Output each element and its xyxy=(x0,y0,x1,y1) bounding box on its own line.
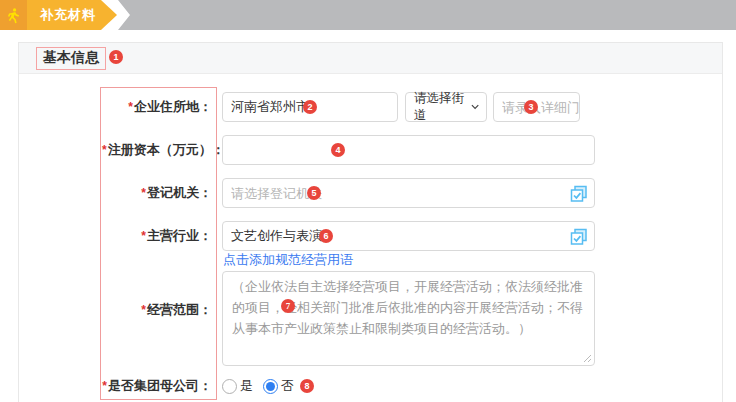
street-select[interactable]: 请选择街道 xyxy=(405,92,487,122)
runner-icon xyxy=(5,7,22,24)
street-select-value: 请选择街道 xyxy=(414,90,471,124)
resize-handle[interactable] xyxy=(583,354,592,363)
annotation-badge-3: 3 xyxy=(524,100,538,114)
picker-check-icon[interactable] xyxy=(570,228,588,246)
authority-input[interactable] xyxy=(223,179,594,207)
authority-input-wrap: 5 xyxy=(222,178,595,208)
industry-label: *主营行业： xyxy=(102,221,212,251)
section-title: 基本信息 xyxy=(36,47,106,70)
picker-check-icon[interactable] xyxy=(570,185,588,203)
required-mark: * xyxy=(102,379,107,393)
annotation-badge-6: 6 xyxy=(319,229,333,243)
radio-yes[interactable] xyxy=(222,379,237,394)
address-label: *企业住所地： xyxy=(102,92,212,122)
capital-input[interactable] xyxy=(223,136,594,164)
runner-icon-box xyxy=(0,0,27,30)
authority-label: *登记机关： xyxy=(102,178,212,208)
page: 补充材料 基本信息 1 *企业住所地： 2 请选择街道 3 *注册资本（万元）：… xyxy=(0,0,736,402)
section-header: 基本信息 1 xyxy=(19,43,722,74)
group-company-radio-group: 是 否 8 xyxy=(222,376,314,396)
required-mark: * xyxy=(128,100,133,114)
annotation-badge-5: 5 xyxy=(307,186,321,200)
industry-input[interactable] xyxy=(223,222,594,250)
annotation-badge-7: 7 xyxy=(281,299,295,313)
add-standard-wording-link[interactable]: 点击添加规范经营用语 xyxy=(223,251,353,269)
capital-label: *注册资本（万元）： xyxy=(102,135,212,165)
radio-no[interactable] xyxy=(263,379,278,394)
required-mark: * xyxy=(141,303,146,317)
industry-input-wrap: 6 xyxy=(222,221,595,251)
chevron-down-icon xyxy=(471,104,479,110)
breadcrumb-step-current[interactable]: 补充材料 xyxy=(27,0,117,30)
radio-no-label: 否 xyxy=(281,377,294,395)
required-mark: * xyxy=(141,186,146,200)
annotation-badge-1: 1 xyxy=(109,50,123,64)
breadcrumb-step-label: 补充材料 xyxy=(40,6,96,24)
annotation-badge-2: 2 xyxy=(303,100,317,114)
breadcrumb-banner: 补充材料 xyxy=(0,0,736,30)
scope-textarea[interactable]: （企业依法自主选择经营项目，开展经营活动；依法须经批准的项目，经相关部门批准后依… xyxy=(222,271,595,366)
radio-yes-label: 是 xyxy=(240,377,253,395)
address-input-wrap: 2 xyxy=(222,92,398,122)
capital-input-wrap: 4 xyxy=(222,135,595,165)
group-company-label: *是否集团母公司： xyxy=(102,371,212,401)
required-mark: * xyxy=(102,143,107,157)
door-number-input-wrap: 3 xyxy=(493,92,580,122)
breadcrumb-next-step xyxy=(104,0,736,30)
annotation-badge-4: 4 xyxy=(331,143,345,157)
annotation-badge-8: 8 xyxy=(300,379,314,393)
required-mark: * xyxy=(141,229,146,243)
scope-label: *经营范围： xyxy=(102,295,212,325)
